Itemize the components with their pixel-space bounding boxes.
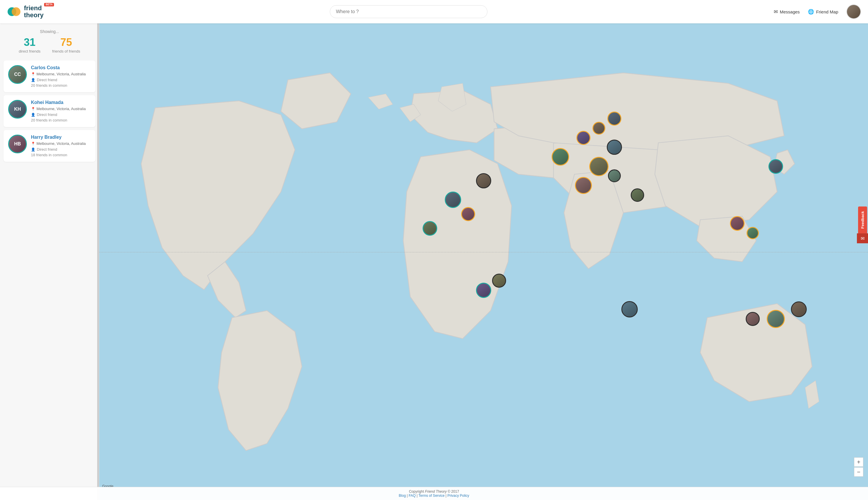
zoom-in-button[interactable]: +	[854, 457, 863, 467]
friend-location: 📍 Melbourne, Victoria, Australia	[31, 141, 91, 146]
direct-friends-group: 31 direct friends	[19, 36, 40, 54]
friend-info: Carlos Costa 📍 Melbourne, Victoria, Aust…	[31, 65, 91, 88]
zoom-out-button[interactable]: −	[854, 467, 863, 477]
map-marker[interactable]	[621, 301, 638, 317]
friend-card[interactable]: KH Kohei Hamada 📍 Melbourne, Victoria, A…	[3, 95, 95, 127]
feedback-tab[interactable]: Feedback	[858, 206, 867, 234]
footer-faq-link[interactable]: FAQ	[409, 493, 415, 498]
map-marker[interactable]	[552, 148, 569, 166]
footer-brand: Friend Theory	[425, 489, 447, 493]
nav-links: ✉ Messages 🌐 Friend Map	[774, 4, 861, 19]
map-marker[interactable]	[576, 131, 590, 145]
map-marker[interactable]	[492, 274, 506, 288]
user-avatar[interactable]	[846, 4, 861, 19]
map-marker[interactable]	[769, 159, 783, 174]
friend-location: 📍 Melbourne, Victoria, Australia	[31, 106, 91, 111]
map-marker[interactable]	[608, 169, 621, 182]
map-marker[interactable]	[476, 173, 491, 189]
friend-location: 📍 Melbourne, Victoria, Australia	[31, 72, 91, 76]
friend-info: Harry Bradley 📍 Melbourne, Victoria, Aus…	[31, 135, 91, 157]
friend-cards-container: CC Carlos Costa 📍 Melbourne, Victoria, A…	[0, 60, 99, 162]
footer-privacy-link[interactable]: Privacy Policy	[447, 493, 469, 498]
svg-point-1	[12, 7, 21, 16]
footer-copyright: Copyright	[409, 489, 424, 493]
showing-label: Showing...	[6, 29, 93, 34]
messages-label: Messages	[780, 9, 800, 14]
map-marker[interactable]	[747, 227, 759, 239]
sidebar: Showing... 31 direct friends 75 friends …	[0, 23, 99, 500]
friend-map-link[interactable]: 🌐 Friend Map	[808, 9, 838, 15]
person-icon: 👤	[31, 78, 35, 82]
friend-type-label: Direct friend	[37, 147, 57, 151]
map-marker[interactable]	[631, 189, 644, 202]
map-marker[interactable]	[607, 112, 621, 126]
map-marker[interactable]	[746, 312, 760, 326]
friends-of-friends-label: friends of friends	[52, 49, 80, 54]
location-text: Melbourne, Victoria, Australia	[36, 141, 86, 146]
friend-avatar: CC	[8, 65, 27, 84]
logo-text: friend BETA theory	[24, 5, 44, 19]
friend-type-label: Direct friend	[37, 78, 57, 82]
friend-map-label: Friend Map	[816, 9, 838, 14]
friend-type: 👤 Direct friend	[31, 147, 91, 151]
person-icon: 👤	[31, 113, 35, 117]
friend-name[interactable]: Harry Bradley	[31, 135, 91, 140]
logo-name-line2: theory	[24, 12, 44, 19]
location-pin-icon: 📍	[31, 107, 35, 111]
friend-name[interactable]: Carlos Costa	[31, 65, 91, 70]
friend-type-label: Direct friend	[37, 112, 57, 117]
main-layout: Showing... 31 direct friends 75 friends …	[0, 23, 868, 500]
friend-name[interactable]: Kohei Hamada	[31, 100, 91, 105]
sidebar-drag-handle[interactable]	[97, 23, 99, 500]
map-marker[interactable]	[791, 302, 807, 317]
friend-card[interactable]: HB Harry Bradley 📍 Melbourne, Victoria, …	[3, 130, 95, 162]
counts: 31 direct friends 75 friends of friends	[6, 36, 93, 54]
map-marker[interactable]	[593, 122, 605, 135]
map-area: Google + −	[99, 23, 868, 500]
map-marker[interactable]	[476, 283, 491, 298]
map-marker[interactable]	[575, 177, 592, 194]
friend-avatar: HB	[8, 135, 27, 153]
footer-year: © 2017	[448, 489, 459, 493]
footer-blog-link[interactable]: Blog	[399, 493, 406, 498]
friend-type: 👤 Direct friend	[31, 112, 91, 117]
person-icon: 👤	[31, 147, 35, 151]
feedback-envelope-button[interactable]: ✉	[857, 234, 868, 243]
friends-of-friends-count: 75	[60, 36, 72, 48]
logo-area: friend BETA theory	[7, 5, 44, 19]
logo-icon	[7, 5, 21, 19]
map-marker[interactable]	[730, 216, 744, 231]
friend-common: 20 friends in common	[31, 118, 91, 122]
footer: Copyright Friend Theory © 2017 Blog | FA…	[0, 487, 868, 500]
friend-common: 18 friends in common	[31, 153, 91, 157]
search-bar[interactable]	[330, 5, 488, 18]
map-background: Google + −	[99, 23, 868, 500]
search-input[interactable]	[330, 5, 488, 18]
friend-info: Kohei Hamada 📍 Melbourne, Victoria, Aust…	[31, 100, 91, 122]
map-marker[interactable]	[607, 140, 622, 155]
messages-link[interactable]: ✉ Messages	[774, 9, 800, 15]
map-marker[interactable]	[589, 157, 609, 176]
location-text: Melbourne, Victoria, Australia	[36, 72, 86, 76]
map-marker[interactable]	[445, 192, 461, 208]
beta-badge: BETA	[44, 3, 54, 7]
friend-common: 20 friends in common	[31, 83, 91, 88]
friend-avatar: KH	[8, 100, 27, 118]
globe-icon: 🌐	[808, 9, 814, 15]
world-map-svg	[99, 23, 868, 500]
messages-icon: ✉	[774, 9, 778, 15]
friend-card[interactable]: CC Carlos Costa 📍 Melbourne, Victoria, A…	[3, 60, 95, 92]
friends-of-friends-group: 75 friends of friends	[52, 36, 80, 54]
map-marker[interactable]	[767, 310, 785, 328]
map-marker[interactable]	[423, 221, 437, 236]
location-text: Melbourne, Victoria, Australia	[36, 106, 86, 111]
map-marker[interactable]	[461, 207, 475, 221]
footer-terms-link[interactable]: Terms of Service	[419, 493, 445, 498]
zoom-controls: + −	[854, 457, 863, 477]
location-pin-icon: 📍	[31, 72, 35, 76]
direct-friends-count: 31	[24, 36, 35, 48]
location-pin-icon: 📍	[31, 141, 35, 146]
logo-name-line1: friend BETA	[24, 5, 44, 12]
friend-type: 👤 Direct friend	[31, 78, 91, 82]
header: friend BETA theory ✉ Messages 🌐 Friend M…	[0, 0, 868, 23]
